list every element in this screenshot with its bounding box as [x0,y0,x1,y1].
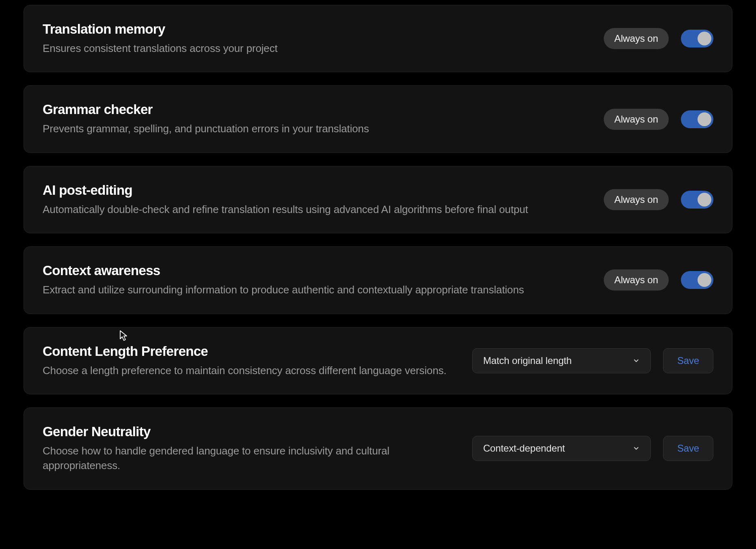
setting-title: AI post-editing [43,183,588,198]
toggle-switch[interactable] [681,271,713,289]
gender-neutrality-select[interactable]: Context-dependent [472,436,651,461]
setting-card-context-awareness: Context awareness Extract and utilize su… [24,246,732,314]
chevron-down-icon [633,357,640,364]
setting-info: Content Length Preference Choose a lengt… [43,344,456,378]
always-on-badge: Always on [604,109,669,130]
setting-title: Grammar checker [43,102,588,117]
setting-control: Match original length Save [472,348,713,373]
setting-title: Gender Neutrality [43,424,456,439]
setting-info: Translation memory Ensures consistent tr… [43,22,588,56]
setting-control: Context-dependent Save [472,436,713,461]
content-length-select[interactable]: Match original length [472,348,651,373]
setting-description: Prevents grammar, spelling, and punctuat… [43,121,588,136]
setting-description: Ensures consistent translations across y… [43,41,588,56]
setting-card-content-length-preference: Content Length Preference Choose a lengt… [24,327,732,394]
setting-description: Automatically double-check and refine tr… [43,202,588,217]
setting-title: Translation memory [43,22,588,37]
toggle-switch[interactable] [681,110,713,128]
select-value: Match original length [483,355,572,366]
setting-control: Always on [604,109,713,130]
toggle-switch[interactable] [681,191,713,209]
setting-control: Always on [604,28,713,49]
setting-info: Grammar checker Prevents grammar, spelli… [43,102,588,136]
setting-description: Choose a length preference to maintain c… [43,363,456,378]
chevron-down-icon [633,445,640,452]
toggle-switch[interactable] [681,30,713,47]
save-button[interactable]: Save [663,348,713,373]
setting-description: Extract and utilize surrounding informat… [43,282,588,297]
setting-info: Context awareness Extract and utilize su… [43,263,588,297]
setting-info: AI post-editing Automatically double-che… [43,183,588,217]
save-button[interactable]: Save [663,436,713,461]
setting-description: Choose how to handle gendered language t… [43,444,456,473]
toggle-knob [698,193,711,207]
setting-control: Always on [604,189,713,210]
always-on-badge: Always on [604,189,669,210]
setting-info: Gender Neutrality Choose how to handle g… [43,424,456,473]
setting-card-translation-memory: Translation memory Ensures consistent tr… [24,5,732,72]
toggle-knob [698,112,711,126]
toggle-knob [698,273,711,287]
setting-card-gender-neutrality: Gender Neutrality Choose how to handle g… [24,407,732,490]
toggle-knob [698,32,711,45]
setting-card-grammar-checker: Grammar checker Prevents grammar, spelli… [24,85,732,153]
setting-title: Content Length Preference [43,344,456,359]
always-on-badge: Always on [604,28,669,49]
setting-title: Context awareness [43,263,588,278]
select-value: Context-dependent [483,443,565,454]
setting-control: Always on [604,269,713,291]
always-on-badge: Always on [604,269,669,291]
setting-card-ai-post-editing: AI post-editing Automatically double-che… [24,166,732,233]
